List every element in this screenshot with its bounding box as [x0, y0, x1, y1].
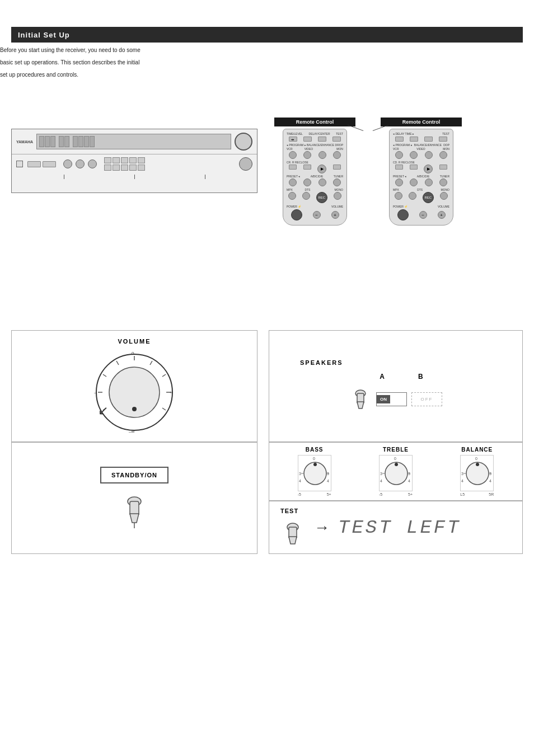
- test-arrow-icon: →: [314, 519, 330, 537]
- remote-right-container: Remote Control ◂ DELAY TIME ▸ TEST ◂ PRO…: [381, 118, 462, 226]
- speaker-hand-svg: [349, 385, 372, 413]
- svg-line-4: [150, 361, 152, 365]
- receiver-bottom-panel: [12, 154, 257, 173]
- speaker-switch-on-graphic: ON: [376, 392, 407, 406]
- remote-left-body: TIME/LEVEL DELAY/CENTER TEST ◂▸ ◂ PROGRA…: [283, 129, 347, 226]
- balance-label: BALANCE: [460, 447, 494, 453]
- bass-dial-container: 0 3 3 4 4: [298, 455, 331, 491]
- svg-text:4: 4: [408, 479, 410, 483]
- standby-box: STANDBY/ON: [11, 442, 257, 554]
- svg-text:3: 3: [380, 472, 382, 476]
- treble-label: TREBLE: [379, 447, 413, 453]
- svg-point-34: [395, 463, 398, 466]
- speakers-title: SPEAKERS: [300, 359, 343, 366]
- intro-text-block: Before you start using the receiver, you…: [0, 46, 246, 83]
- intro-paragraph-3: set up procedures and controls.: [0, 71, 246, 79]
- svg-text:0: 0: [394, 457, 396, 461]
- remote-left-pointer: [348, 125, 364, 131]
- speaker-b-label: B: [418, 373, 423, 381]
- standby-hand-svg: [118, 490, 151, 529]
- svg-text:4: 4: [299, 479, 301, 483]
- speakers-switch-area: ON OFF: [349, 385, 442, 413]
- bass-scale-labels: -5 5+: [298, 492, 331, 496]
- treble-dial-container: 0 3 3 4 4: [379, 455, 413, 491]
- svg-text:–∞: –∞: [129, 429, 134, 434]
- receiver-display: [36, 134, 231, 149]
- remote-right-body: ◂ DELAY TIME ▸ TEST ◂ PROGRAM ▸ BALANCE/…: [389, 129, 453, 226]
- bass-dial-svg: 0 3 3 4 4: [298, 456, 332, 492]
- test-label-area: TEST: [280, 508, 306, 548]
- balance-dial-container: 0 3 3 4 4: [460, 455, 494, 491]
- svg-point-25: [313, 463, 317, 466]
- intro-paragraph-1: Before you start using the receiver, you…: [0, 46, 246, 55]
- remote-right-label-bar: Remote Control: [381, 118, 462, 126]
- speakers-ab-labels: A B: [380, 373, 423, 381]
- svg-text:0: 0: [475, 457, 477, 461]
- svg-text:4: 4: [461, 479, 463, 483]
- receiver-right-knob: [239, 157, 252, 171]
- svg-line-7: [162, 408, 166, 410]
- standby-button-label: STANDBY/ON: [100, 467, 168, 483]
- balance-scale-labels: L5 5R: [460, 492, 494, 496]
- receiver-buttons-group1: [27, 161, 56, 167]
- balance-dial-svg: 0 3 3 4 4: [461, 456, 494, 492]
- treble-scale-labels: -5 5+: [379, 492, 413, 496]
- header-title: Initial Set Up: [18, 31, 70, 39]
- svg-text:3: 3: [299, 472, 301, 476]
- header-bar: Initial Set Up: [11, 27, 523, 43]
- svg-text:4: 4: [489, 479, 491, 483]
- receiver-logo: YAMAHA: [16, 140, 33, 144]
- svg-text:4: 4: [380, 479, 382, 483]
- svg-text:3: 3: [489, 472, 491, 476]
- receiver-knobs-group: [63, 159, 97, 168]
- volume-title: VOLUME: [118, 338, 151, 345]
- volume-box: VOLUME 0 + – –∞ ↙: [11, 330, 257, 442]
- test-hand-svg: [280, 517, 306, 548]
- svg-line-9: [103, 374, 106, 377]
- svg-point-2: [132, 407, 137, 411]
- receiver-volume-knob-diagram: [235, 133, 252, 151]
- receiver-labels: [12, 175, 257, 179]
- volume-knob-graphic: 0 + – –∞ ↙: [92, 350, 176, 434]
- test-result-display: TEST LEFT: [338, 517, 461, 538]
- speakers-box: SPEAKERS A B ON OFF: [269, 330, 523, 442]
- svg-marker-23: [357, 402, 364, 408]
- standby-hand-area: [118, 490, 151, 529]
- test-box: TEST → TEST LEFT: [269, 501, 523, 554]
- intro-paragraph-2: basic set up operations. This section de…: [0, 58, 246, 67]
- bass-label: BASS: [298, 447, 331, 453]
- treble-control: TREBLE 0 3 3 4 4 -5 5+: [379, 447, 413, 496]
- remote-left-container: Remote Control TIME/LEVEL DELAY/CENTER T…: [274, 118, 355, 226]
- tone-box: BASS 0 3 3 4 4 -5 5+ TREBLE: [269, 442, 523, 501]
- test-label: TEST: [280, 508, 298, 514]
- treble-dial-svg: 0 3 3 4 4: [380, 456, 413, 492]
- svg-marker-53: [289, 537, 297, 544]
- receiver-button-grid: [104, 157, 145, 171]
- svg-text:3: 3: [327, 472, 329, 476]
- balance-control: BALANCE 0 3 3 4 4 L5 5R: [460, 447, 494, 496]
- svg-line-8: [116, 361, 119, 365]
- remote-left-label-bar: Remote Control: [274, 118, 355, 126]
- svg-text:4: 4: [327, 479, 329, 483]
- svg-text:–: –: [94, 390, 97, 395]
- svg-text:↙: ↙: [98, 403, 108, 417]
- svg-line-5: [162, 374, 166, 377]
- svg-point-43: [476, 463, 479, 466]
- speaker-a-label: A: [380, 373, 385, 381]
- receiver-diagram: YAMAHA: [11, 129, 257, 193]
- svg-text:0: 0: [132, 351, 134, 356]
- svg-text:0: 0: [313, 457, 315, 461]
- svg-marker-19: [130, 514, 139, 523]
- speaker-switch-off-graphic: OFF: [411, 392, 442, 406]
- svg-text:+: +: [170, 390, 172, 395]
- bass-control: BASS 0 3 3 4 4 -5 5+: [298, 447, 331, 496]
- volume-knob-svg: 0 + – –∞ ↙: [92, 350, 176, 434]
- svg-text:3: 3: [408, 472, 410, 476]
- svg-text:3: 3: [461, 472, 463, 476]
- receiver-power-indicator: [16, 161, 23, 167]
